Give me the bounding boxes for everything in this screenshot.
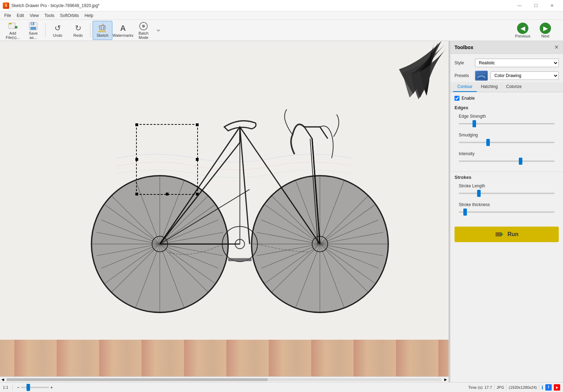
- sep2: [90, 23, 90, 37]
- sketch-icon: [98, 23, 107, 33]
- dimensions-info: (1920x1280x24): [509, 385, 537, 390]
- svg-rect-1: [9, 23, 12, 24]
- toolbox-close-button[interactable]: ✕: [554, 44, 559, 51]
- wood-floor: [0, 340, 448, 382]
- intensity-group: Intensity: [454, 150, 559, 169]
- edge-strength-label: Edge Strength: [459, 114, 555, 119]
- menu-tools[interactable]: Tools: [42, 12, 57, 19]
- stroke-thickness-group: Stroke thickness: [454, 201, 559, 220]
- stroke-length-slider[interactable]: [459, 190, 555, 197]
- menu-file[interactable]: File: [1, 12, 14, 19]
- redo-button[interactable]: ↻ Redo: [68, 21, 88, 40]
- menu-edit[interactable]: Edit: [14, 12, 27, 19]
- style-label: Style: [454, 60, 472, 65]
- svg-rect-9: [98, 31, 106, 32]
- canvas-area[interactable]: .bike-line { stroke: #1a1a1a; stroke-wid…: [0, 41, 448, 382]
- status-bar: 1:1 − + Time (s): 17.7 JPG (1920x1280x24…: [0, 382, 563, 392]
- sketch-button[interactable]: Sketch: [93, 21, 112, 40]
- h-scrollbar[interactable]: ◀ ▶: [0, 376, 448, 382]
- scroll-right-arrow[interactable]: ▶: [443, 377, 448, 382]
- close-button[interactable]: ✕: [544, 0, 560, 11]
- main-area: .bike-line { stroke: #1a1a1a; stroke-wid…: [0, 41, 563, 382]
- save-as-button[interactable]: Save as...: [23, 21, 43, 40]
- stroke-thickness-label: Stroke thickness: [459, 202, 555, 207]
- svg-rect-46: [228, 258, 252, 261]
- maximize-button[interactable]: ☐: [528, 0, 544, 11]
- svg-point-49: [91, 175, 229, 313]
- save-as-label: Save as...: [29, 31, 37, 40]
- run-button-container: Run: [450, 222, 563, 246]
- zoom-slider[interactable]: [21, 385, 49, 390]
- window-title: Sketch Drawer Pro - bicycle-789648_1920.…: [11, 3, 511, 8]
- app-icon: S: [3, 2, 9, 9]
- scroll-track[interactable]: [6, 378, 442, 381]
- toolbox-panel: Toolbox ✕ Style Realistic Artistic Water…: [450, 41, 563, 382]
- enable-label[interactable]: Enable: [462, 96, 475, 101]
- bicycle-sketch: .bike-line { stroke: #1a1a1a; stroke-wid…: [0, 41, 448, 338]
- win-controls: — ☐ ✕: [511, 0, 560, 11]
- sketch-label: Sketch: [96, 33, 109, 37]
- next-label: Next: [541, 34, 550, 38]
- svg-line-10: [99, 26, 100, 30]
- stroke-length-group: Stroke Length: [454, 182, 559, 201]
- toolbox-content: Style Realistic Artistic Watercolor Penc…: [450, 54, 563, 382]
- undo-button[interactable]: ↺ Undo: [48, 21, 68, 40]
- scroll-left-arrow[interactable]: ◀: [0, 377, 6, 382]
- menu-view[interactable]: View: [27, 12, 42, 19]
- svg-rect-8: [98, 30, 106, 31]
- redo-label: Redo: [74, 33, 83, 37]
- svg-line-11: [101, 26, 102, 30]
- svg-point-50: [251, 175, 389, 313]
- sep1: [45, 23, 46, 37]
- previous-label: Previous: [515, 34, 530, 38]
- redo-icon: ↻: [73, 23, 83, 33]
- status-sep1: [12, 385, 13, 390]
- style-select[interactable]: Realistic Artistic Watercolor Pencil: [475, 59, 559, 67]
- edge-strength-slider[interactable]: [459, 120, 555, 127]
- run-label: Run: [508, 231, 518, 238]
- dropdown-arrow[interactable]: [154, 28, 163, 33]
- batch-mode-icon: [139, 21, 148, 31]
- toolbar: + Add File(s)... Save as... ↺ Undo ↻ Red…: [0, 20, 563, 41]
- smudging-slider[interactable]: [459, 139, 555, 146]
- presets-select[interactable]: Color Drawing Black & White Sepia Sketch: [491, 71, 559, 80]
- run-button[interactable]: Run: [454, 227, 559, 242]
- watermarks-label: Watermarks: [113, 33, 134, 37]
- previous-button[interactable]: ◀ Previous: [512, 21, 533, 40]
- tab-hatching[interactable]: Hatching: [477, 82, 502, 92]
- info-icon[interactable]: ℹ: [541, 385, 543, 390]
- format-info: JPG: [497, 385, 504, 390]
- save-icon: [28, 21, 38, 31]
- watermarks-icon: A: [118, 23, 128, 33]
- status-info: Time (s): 17.7 JPG (1920x1280x24) ℹ f ▶: [468, 384, 560, 391]
- minimize-button[interactable]: —: [511, 0, 528, 11]
- intensity-slider[interactable]: [459, 158, 555, 165]
- next-button[interactable]: ▶ Next: [535, 21, 556, 40]
- nav-buttons: ◀ Previous ▶ Next: [512, 20, 556, 41]
- stroke-thickness-slider[interactable]: [459, 209, 555, 216]
- zoom-value: 1:1: [3, 385, 8, 390]
- menu-softorbits[interactable]: SoftOrbits: [57, 12, 82, 19]
- scroll-thumb[interactable]: [6, 378, 268, 381]
- preset-icon: [475, 71, 488, 81]
- social-icon-2[interactable]: ▶: [554, 384, 560, 391]
- presets-row: Presets Color Drawing Black & White Sepi…: [450, 69, 563, 82]
- strokes-section: Strokes Stroke Length Stroke thickness: [450, 171, 563, 222]
- toolbox-header: Toolbox ✕: [450, 41, 563, 54]
- svg-line-13: [105, 26, 105, 30]
- enable-checkbox[interactable]: [454, 96, 459, 101]
- add-files-button[interactable]: + Add File(s)...: [3, 21, 23, 40]
- zoom-out-button[interactable]: −: [17, 385, 19, 390]
- social-icon-1[interactable]: f: [545, 384, 552, 391]
- batch-mode-button[interactable]: Batch Mode: [134, 21, 153, 40]
- menu-help[interactable]: Help: [82, 12, 96, 19]
- tab-contour[interactable]: Contour: [453, 82, 477, 92]
- watermarks-button[interactable]: A Watermarks: [113, 21, 133, 40]
- tab-colorize[interactable]: Colorize: [502, 82, 526, 92]
- zoom-in-button[interactable]: +: [51, 385, 53, 390]
- next-icon: ▶: [540, 23, 551, 34]
- status-sep4: [539, 385, 539, 390]
- toolbox-title: Toolbox: [454, 45, 473, 50]
- run-icon: [495, 229, 505, 239]
- smudging-group: Smudging: [454, 131, 559, 150]
